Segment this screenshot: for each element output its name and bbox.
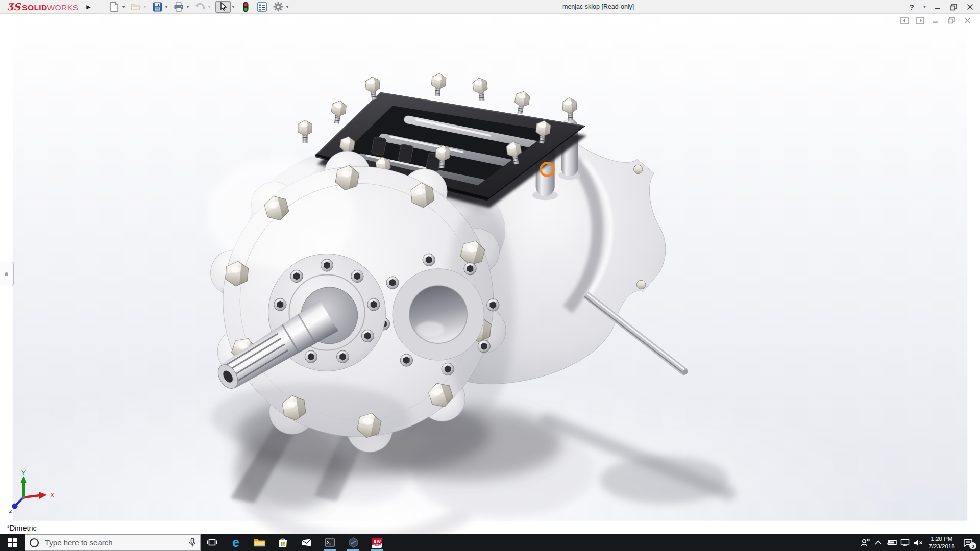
- print-button[interactable]: [173, 1, 185, 13]
- search-input[interactable]: [44, 538, 189, 547]
- triad-y-label: Y: [21, 469, 26, 477]
- solidworks-logo: ƷS SOLID WORKS: [0, 1, 78, 12]
- brand-works: WORKS: [47, 3, 79, 12]
- triad-x-label: X: [50, 492, 54, 499]
- cortana-icon: [29, 538, 39, 548]
- volume-muted-icon: [914, 539, 923, 546]
- task-view-button[interactable]: [201, 534, 224, 551]
- feature-pane-splitter-tab[interactable]: [0, 262, 14, 286]
- rebuild-button[interactable]: [239, 1, 252, 13]
- windows-taskbar: e: [0, 534, 980, 551]
- taskbar-app-file-explorer[interactable]: [248, 534, 271, 551]
- system-tray: 1:20 PM 7/23/2018 3: [859, 534, 980, 551]
- taskbar-app-store[interactable]: [271, 534, 295, 551]
- people-button[interactable]: [859, 534, 872, 551]
- doc-restore-button[interactable]: [947, 16, 956, 24]
- battery-charging-icon: [887, 539, 897, 546]
- triad-z-label: z: [9, 508, 12, 514]
- restore-icon: [950, 4, 958, 11]
- solidworks-year-label: 2017: [375, 544, 381, 547]
- tray-overflow-button[interactable]: [872, 534, 885, 551]
- start-button[interactable]: [0, 534, 24, 551]
- quick-toolbar: ▾ ▾ ▾: [108, 0, 293, 14]
- view-orientation-label: *Dimetric: [7, 524, 37, 532]
- titlebar: ƷS SOLID WORKS ▶ ▾ ▾: [0, 0, 980, 14]
- network-icon: [900, 539, 910, 546]
- close-button[interactable]: [964, 2, 976, 13]
- undo-icon: [195, 2, 206, 11]
- menu-expand-button[interactable]: ▶: [86, 4, 90, 10]
- select-tool-button[interactable]: [215, 1, 231, 13]
- command-prompt-icon: [325, 538, 335, 547]
- gear-icon: [273, 2, 283, 12]
- windows-logo-icon: [8, 538, 17, 547]
- dock-left-button[interactable]: [900, 16, 909, 24]
- network-button[interactable]: [898, 534, 912, 551]
- new-document-button[interactable]: [108, 1, 121, 13]
- clock-date: 7/23/2018: [926, 543, 958, 550]
- developer-app-icon: [348, 537, 359, 548]
- brand-solid: SOLID: [22, 3, 47, 12]
- document-window-controls: [900, 16, 972, 24]
- close-icon: [967, 4, 973, 10]
- people-icon: [861, 538, 870, 547]
- options-dropdown[interactable]: ▾: [285, 5, 290, 9]
- options-button[interactable]: [272, 1, 285, 13]
- solidworks-sw-label: SW: [374, 539, 381, 544]
- doc-close-button[interactable]: [963, 16, 972, 24]
- taskbar-app-edge[interactable]: e: [224, 534, 248, 551]
- edge-icon: e: [232, 536, 239, 549]
- open-dropdown[interactable]: ▾: [143, 5, 148, 9]
- splitter-dot: [5, 272, 8, 276]
- save-floppy-icon: [153, 2, 162, 12]
- traffic-light-icon: [242, 2, 249, 12]
- dock-right-button[interactable]: [916, 16, 924, 24]
- properties-list-icon: [257, 2, 267, 12]
- solidworks-2017-icon: SW 2017: [372, 538, 382, 548]
- doc-minimize-button[interactable]: [932, 16, 940, 24]
- file-explorer-icon: [254, 538, 265, 547]
- undo-dropdown[interactable]: ▾: [207, 5, 212, 9]
- save-button[interactable]: [151, 1, 164, 13]
- new-dropdown[interactable]: ▾: [121, 5, 126, 9]
- gearbox-assembly-3d-model[interactable]: [0, 14, 980, 534]
- task-view-icon: [207, 538, 218, 547]
- clock-time: 1:20 PM: [926, 535, 958, 542]
- taskbar-app-solidworks[interactable]: SW 2017: [365, 534, 388, 551]
- open-button[interactable]: [130, 1, 142, 13]
- battery-button[interactable]: [885, 534, 898, 551]
- taskbar-app-command-prompt[interactable]: [318, 534, 341, 551]
- chevron-up-icon: [875, 540, 882, 545]
- microphone-icon[interactable]: [189, 538, 196, 547]
- save-dropdown[interactable]: ▾: [164, 5, 169, 9]
- taskbar-search[interactable]: [24, 534, 201, 551]
- notification-badge: 3: [969, 542, 976, 549]
- open-folder-icon: [131, 2, 141, 11]
- volume-button[interactable]: [912, 534, 925, 551]
- undo-button[interactable]: [194, 1, 207, 13]
- window-controls: ? ▾: [905, 0, 976, 14]
- taskbar-clock[interactable]: 1:20 PM 7/23/2018: [925, 535, 959, 550]
- select-cursor-icon: [219, 2, 227, 11]
- select-dropdown[interactable]: ▾: [231, 5, 236, 9]
- graphics-viewport[interactable]: Y X z *Dimetric: [0, 14, 980, 534]
- taskbar-app-mail[interactable]: [295, 534, 318, 551]
- document-title: menjac sklop [Read-only]: [562, 0, 634, 14]
- reference-triad: Y X z: [2, 468, 58, 516]
- display-options-button[interactable]: [256, 1, 268, 13]
- mail-icon: [301, 538, 312, 547]
- minimize-button[interactable]: [931, 2, 943, 13]
- action-center-button[interactable]: 3: [959, 534, 978, 551]
- print-icon: [174, 2, 184, 12]
- help-button[interactable]: ?: [905, 2, 918, 13]
- 3ds-logo-mark: ƷS: [7, 1, 20, 12]
- help-dropdown[interactable]: ▾: [922, 5, 927, 9]
- taskbar-app-developer[interactable]: [341, 534, 365, 551]
- microsoft-store-icon: [278, 538, 288, 548]
- minimize-icon: [934, 4, 941, 10]
- new-document-icon: [110, 2, 119, 12]
- restore-button[interactable]: [947, 2, 960, 13]
- print-dropdown[interactable]: ▾: [186, 5, 190, 9]
